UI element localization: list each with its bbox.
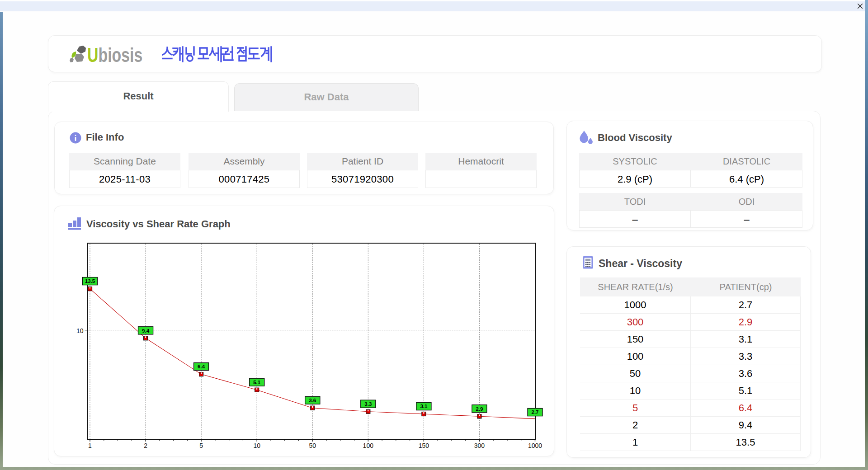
svg-text:1: 1 <box>88 442 92 449</box>
svg-text:10: 10 <box>253 442 260 449</box>
svg-text:6.4: 6.4 <box>198 364 205 369</box>
svg-text:50: 50 <box>309 442 316 449</box>
svg-text:150: 150 <box>419 442 429 449</box>
svg-text:2: 2 <box>144 442 147 449</box>
svg-text:5.1: 5.1 <box>253 380 261 385</box>
svg-text:9.4: 9.4 <box>142 328 150 334</box>
svg-text:100: 100 <box>363 442 374 449</box>
svg-text:3.1: 3.1 <box>420 404 428 409</box>
svg-text:3.6: 3.6 <box>309 398 316 403</box>
svg-text:5: 5 <box>199 442 203 449</box>
svg-text:2.7: 2.7 <box>532 409 539 415</box>
svg-text:13.5: 13.5 <box>85 278 95 284</box>
svg-text:10: 10 <box>76 327 84 334</box>
svg-text:1000: 1000 <box>528 442 542 449</box>
svg-text:3.3: 3.3 <box>364 401 372 407</box>
svg-text:300: 300 <box>474 442 485 449</box>
svg-text:2.9: 2.9 <box>476 406 483 412</box>
